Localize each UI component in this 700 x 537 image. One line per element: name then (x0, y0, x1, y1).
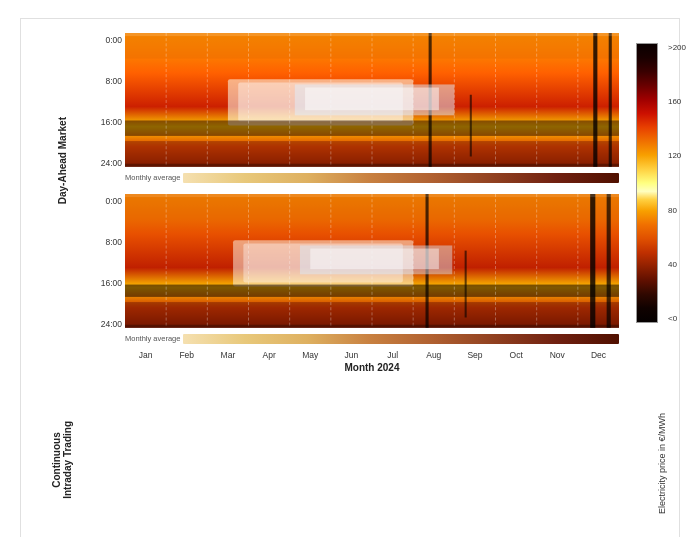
x-axis-title: Month 2024 (125, 362, 619, 373)
month-sep: Sep (454, 350, 495, 360)
scale-label-40: 40 (668, 260, 686, 269)
time-label-8b: 8:00 (93, 237, 125, 247)
charts-column: 0:00 8:00 16:00 24:00 (93, 33, 619, 537)
month-jan: Jan (125, 350, 166, 360)
y-axis-labels: Day-Ahead Market Continuous Intraday Tra… (31, 33, 93, 537)
time-label-16: 16:00 (93, 117, 125, 127)
month-mar: Mar (207, 350, 248, 360)
scale-labels: >200 160 120 80 40 <0 (668, 43, 686, 323)
chart2-y-label: Continuous Intraday Trading (51, 421, 73, 499)
month-jun: Jun (331, 350, 372, 360)
chart2-monthly-avg: Monthly average (125, 331, 619, 347)
time-label-24b: 24:00 (93, 319, 125, 329)
time-label-24: 24:00 (93, 158, 125, 168)
time-label-16b: 16:00 (93, 278, 125, 288)
scale-label-0: <0 (668, 314, 686, 323)
scale-title: Electricity price in €/MWh (657, 323, 667, 537)
chart-area: Day-Ahead Market Continuous Intraday Tra… (31, 33, 669, 537)
svg-rect-20 (609, 33, 612, 167)
month-feb: Feb (166, 350, 207, 360)
chart1-y-label: Day-Ahead Market (57, 117, 68, 204)
month-labels: Jan Feb Mar Apr May Jun Jul Aug Sep Oct … (125, 350, 619, 360)
svg-rect-49 (310, 248, 439, 269)
scale-label-80: 80 (668, 206, 686, 215)
time-label-0b: 0:00 (93, 196, 125, 206)
gap (93, 186, 619, 194)
time-label-0: 0:00 (93, 35, 125, 45)
svg-rect-18 (470, 95, 472, 157)
figure-wrapper: Day-Ahead Market Continuous Intraday Tra… (20, 18, 680, 537)
time-label-8: 8:00 (93, 76, 125, 86)
month-nov: Nov (537, 350, 578, 360)
scale-label-160: 160 (668, 97, 686, 106)
month-dec: Dec (578, 350, 619, 360)
svg-rect-19 (593, 33, 597, 167)
color-bar-wrapper: >200 160 120 80 40 <0 (636, 43, 658, 323)
chart2-heatmap (125, 194, 619, 331)
monthly-avg-bar-1 (183, 173, 619, 183)
svg-rect-44 (590, 194, 595, 328)
x-axis-months: Jan Feb Mar Apr May Jun Jul Aug Sep Oct … (125, 350, 619, 360)
chart2-container: 0:00 8:00 16:00 24:00 (93, 194, 619, 331)
svg-rect-21 (125, 33, 619, 36)
chart1-heatmap (125, 33, 619, 170)
chart1-monthly-avg: Monthly average (125, 170, 619, 186)
color-bar (636, 43, 658, 323)
scale-label-120: 120 (668, 151, 686, 160)
svg-rect-43 (465, 250, 467, 317)
svg-rect-47 (125, 324, 619, 327)
month-aug: Aug (413, 350, 454, 360)
monthly-avg-bar-2 (183, 334, 619, 344)
svg-rect-30 (125, 284, 619, 296)
chart1-time-axis: 0:00 8:00 16:00 24:00 (93, 33, 125, 170)
svg-rect-24 (305, 88, 439, 111)
color-scale: >200 160 120 80 40 <0 Electricity price … (619, 33, 669, 537)
month-oct: Oct (496, 350, 537, 360)
chart2-time-axis: 0:00 8:00 16:00 24:00 (93, 194, 125, 331)
month-jul: Jul (372, 350, 413, 360)
svg-rect-22 (125, 164, 619, 167)
monthly-avg-label-1: Monthly average (125, 173, 180, 182)
svg-rect-46 (125, 194, 619, 197)
monthly-avg-label-2: Monthly average (125, 334, 180, 343)
month-may: May (290, 350, 331, 360)
page: Day-Ahead Market Continuous Intraday Tra… (0, 0, 700, 537)
svg-rect-45 (607, 194, 611, 328)
month-apr: Apr (249, 350, 290, 360)
scale-label-200: >200 (668, 43, 686, 52)
chart1-container: 0:00 8:00 16:00 24:00 (93, 33, 619, 170)
